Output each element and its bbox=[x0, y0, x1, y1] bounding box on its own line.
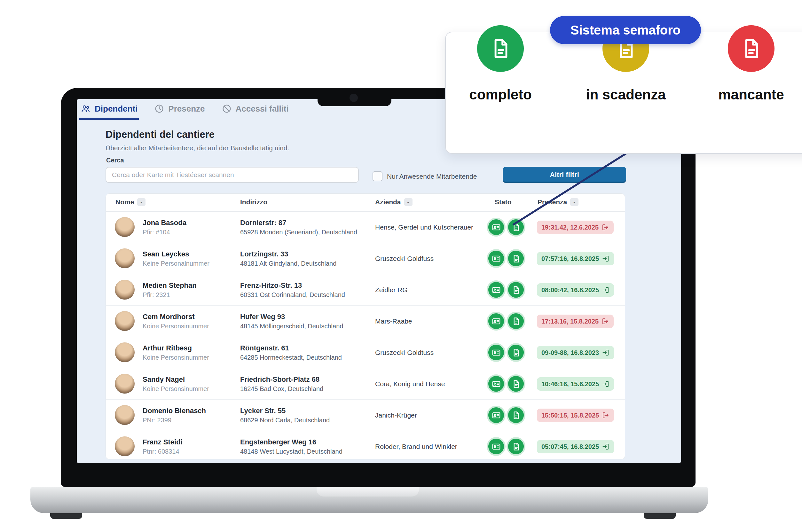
page-subtitle: Überzictt aller Mitarbeitentere, die auf… bbox=[106, 144, 289, 152]
people-icon bbox=[81, 103, 91, 114]
page-title: Dipendenti del cantiere bbox=[106, 129, 214, 140]
id-card-status-icon[interactable] bbox=[488, 251, 504, 266]
status-cell bbox=[488, 282, 524, 298]
legend-item-mancante: mancante bbox=[703, 25, 799, 102]
table-row[interactable]: Domenio Bienasch PNr: 2399 Lycker Str. 5… bbox=[106, 400, 625, 431]
company-name: Roloder, Brand und Winkler bbox=[375, 443, 457, 451]
presence-badge: 09-09-88, 16.8.2023 bbox=[537, 346, 614, 359]
address-city: 60331 Ost Corinnaland, Deutschland bbox=[240, 291, 345, 299]
address-street: Dornierstr: 87 bbox=[240, 219, 286, 227]
tab-presenze[interactable]: Presenze bbox=[153, 101, 206, 120]
laptop-foot bbox=[50, 513, 82, 519]
employee-name: Franz Steidi bbox=[142, 438, 183, 446]
presence-badge: 10:46:16, 15.6.2025 bbox=[537, 377, 614, 391]
legend-item-label: in scadenza bbox=[586, 87, 666, 102]
company-name: Janich-Krüger bbox=[375, 412, 417, 419]
presence-time: 05:07:45, 16.8.2025 bbox=[541, 443, 599, 451]
avatar bbox=[115, 405, 135, 425]
employee-number: Pfir: 2321 bbox=[142, 291, 170, 299]
presence-badge: 15:50:15, 15.8.2025 bbox=[537, 408, 614, 422]
address-city: 48148 West Lucystadt, Deutschland bbox=[240, 448, 343, 455]
avatar bbox=[115, 342, 135, 362]
presence-badge: 19:31.42, 12.6.2025 bbox=[537, 221, 614, 234]
table-row[interactable]: Cem Mordhorst Koine Personsinummer Hufer… bbox=[106, 306, 625, 337]
document-status-icon[interactable] bbox=[508, 439, 524, 454]
avatar bbox=[115, 311, 135, 331]
table-row[interactable]: Jona Basoda Pfir: #104 Dornierstr: 87 65… bbox=[106, 212, 625, 243]
document-status-icon[interactable] bbox=[508, 407, 524, 423]
address-street: Lortzingstr. 33 bbox=[240, 250, 288, 258]
address-street: Frenz-Hitzo-Str. 13 bbox=[240, 281, 302, 290]
legend-item-label: mancante bbox=[718, 87, 784, 102]
present-only-checkbox[interactable] bbox=[373, 171, 382, 181]
tab-bar: Dipendenti Presenze Accessi falliti bbox=[79, 101, 290, 120]
table-row[interactable]: Arthur Ritbesg Koine Personsinummer Rönt… bbox=[106, 337, 625, 368]
status-cell bbox=[488, 251, 524, 266]
document-status-icon[interactable] bbox=[508, 345, 524, 360]
tab-dipendenti[interactable]: Dipendenti bbox=[79, 101, 139, 120]
sort-button-presenza[interactable]: - bbox=[570, 198, 578, 206]
employee-name: Domenio Bienasch bbox=[142, 407, 206, 415]
employee-number: Ptnr: 608314 bbox=[142, 448, 179, 455]
table-body: Jona Basoda Pfir: #104 Dornierstr: 87 65… bbox=[106, 212, 625, 459]
sort-button-nome[interactable]: - bbox=[137, 198, 146, 206]
address-street: Engstenberger Weg 16 bbox=[240, 438, 316, 446]
id-card-status-icon[interactable] bbox=[488, 439, 504, 454]
company-name: Hense, Gerdel und Kutscherauer bbox=[375, 224, 473, 231]
login-icon bbox=[602, 443, 610, 451]
document-status-icon[interactable] bbox=[508, 219, 524, 235]
address-city: 68629 Nord Carla, Deutschland bbox=[240, 417, 330, 424]
document-status-icon[interactable] bbox=[508, 251, 524, 266]
status-cell bbox=[488, 219, 524, 235]
column-header-nome: Nome - bbox=[115, 198, 146, 206]
table-row[interactable]: Franz Steidi Ptnr: 608314 Engstenberger … bbox=[106, 431, 625, 459]
avatar bbox=[115, 374, 135, 394]
presence-filter: Nur Anwesende Mitarbeitende bbox=[373, 171, 477, 181]
company-name: Gruszecki-Goldtuss bbox=[375, 349, 434, 357]
column-header-presenza: Presenza - bbox=[537, 198, 578, 206]
status-cell bbox=[488, 407, 524, 423]
id-card-status-icon[interactable] bbox=[488, 219, 504, 235]
column-header-indirizzo: Indirizzo bbox=[240, 198, 267, 206]
document-status-icon[interactable] bbox=[508, 313, 524, 329]
legend-item-completo: completo bbox=[453, 25, 549, 102]
document-icon bbox=[477, 25, 524, 72]
laptop-lid-scoop bbox=[317, 487, 419, 496]
id-card-status-icon[interactable] bbox=[488, 282, 504, 298]
address-city: 48145 Möllingerscheid, Deutschland bbox=[240, 323, 343, 330]
employees-table: Nome - Indirizzo Azienda - Stato Presenz… bbox=[106, 193, 625, 459]
sort-button-azienda[interactable]: - bbox=[404, 198, 413, 206]
login-icon bbox=[602, 380, 610, 388]
document-status-icon[interactable] bbox=[508, 282, 524, 298]
id-card-status-icon[interactable] bbox=[488, 345, 504, 360]
id-card-status-icon[interactable] bbox=[488, 313, 504, 329]
presence-badge: 07:57:16, 16.8.2025 bbox=[537, 252, 614, 265]
id-card-status-icon[interactable] bbox=[488, 407, 504, 423]
employee-name: Jona Basoda bbox=[142, 219, 187, 227]
address-city: 16245 Bad Cox, Deutschland bbox=[240, 385, 323, 393]
clock-icon bbox=[154, 103, 164, 114]
presence-time: 08:00:42, 16.8.2025 bbox=[541, 286, 599, 294]
address-street: Friedrich-Sbort-Platz 68 bbox=[240, 375, 320, 384]
table-row[interactable]: Sandy Nagel Koine Personsinummer Friedri… bbox=[106, 368, 625, 400]
employee-number: Keine Personalnummer bbox=[142, 260, 209, 267]
table-row[interactable]: Medien Stephan Pfir: 2321 Frenz-Hitzo-St… bbox=[106, 274, 625, 306]
address-street: Lycker Str. 55 bbox=[240, 407, 286, 415]
id-card-status-icon[interactable] bbox=[488, 376, 504, 392]
document-status-icon[interactable] bbox=[508, 376, 524, 392]
tab-accessi-falliti[interactable]: Accessi falliti bbox=[220, 101, 290, 120]
company-name: Mars-Raabe bbox=[375, 318, 412, 325]
table-row[interactable]: Sean Leyckes Keine Personalnummer Lortzi… bbox=[106, 243, 625, 274]
login-icon bbox=[602, 349, 610, 357]
presence-badge: 08:00:42, 16.8.2025 bbox=[537, 283, 614, 297]
employee-name: Sean Leyckes bbox=[142, 250, 189, 258]
address-street: Röntgenstr. 61 bbox=[240, 344, 289, 352]
laptop-notch bbox=[318, 88, 392, 106]
search-input[interactable] bbox=[106, 167, 359, 183]
address-city: 65928 Monden (Seueriand), Deutschland bbox=[240, 229, 357, 236]
company-name: Zeidler RG bbox=[375, 286, 408, 294]
company-name: Cora, Konig und Hense bbox=[375, 380, 445, 388]
more-filters-button[interactable]: Altri filtri bbox=[503, 167, 626, 183]
presence-time: 15:50:15, 15.8.2025 bbox=[541, 412, 599, 419]
blocked-icon bbox=[222, 103, 232, 114]
